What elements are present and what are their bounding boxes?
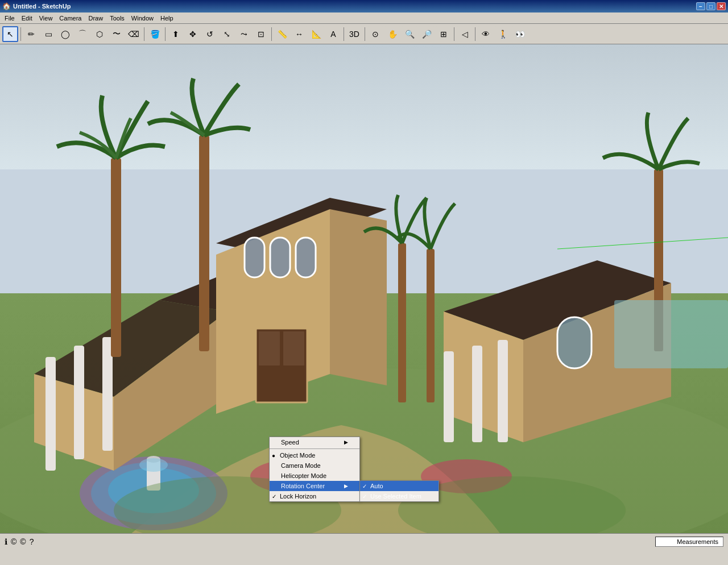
ctx-separator-1 (270, 448, 359, 449)
close-button[interactable]: ✕ (717, 2, 726, 10)
lock-horizon-check-icon: ✓ (272, 493, 276, 500)
menu-item-window[interactable]: Window (128, 14, 157, 23)
copyright-icon-2: © (20, 537, 26, 546)
title-bar: 🏠 Untitled - SketchUp − □ ✕ (0, 0, 728, 13)
tool-button-22[interactable]: 🔍 (402, 26, 417, 42)
tool-button-26[interactable]: 👁 (478, 26, 494, 42)
status-icons: ℹ © © ? (5, 537, 34, 546)
tool-button-9[interactable]: ⬆ (168, 26, 184, 42)
tool-button-1[interactable]: ✏ (23, 26, 39, 42)
ctx-speed[interactable]: Speed ▶ (270, 437, 359, 447)
menu-item-camera[interactable]: Camera (56, 14, 85, 23)
help-icon[interactable]: ? (30, 537, 34, 546)
tool-button-8[interactable]: 🪣 (147, 26, 163, 42)
tool-button-27[interactable]: 🚶 (495, 26, 511, 42)
menu-item-tools[interactable]: Tools (106, 14, 128, 23)
tool-button-7[interactable]: ⌫ (126, 26, 142, 42)
tool-button-0[interactable]: ↖ (2, 26, 18, 42)
ctx-rotation-center[interactable]: Rotation Center ▶ ✓ Auto ✓ Use Selected … (270, 481, 359, 491)
tool-button-5[interactable]: ⬡ (92, 26, 107, 42)
object-mode-bullet-icon: ● (272, 452, 275, 459)
tool-button-14[interactable]: ⊡ (253, 26, 269, 42)
tool-button-11[interactable]: ↺ (202, 26, 218, 42)
title-bar-controls[interactable]: − □ ✕ (696, 2, 726, 10)
toolbar-separator-8 (144, 27, 144, 41)
maximize-button[interactable]: □ (706, 2, 715, 10)
context-menu: Speed ▶ ● Object Mode Camera Mode Helico… (269, 437, 360, 502)
svg-rect-14 (296, 238, 316, 277)
ground (0, 293, 728, 549)
copyright-icon-1: © (11, 537, 16, 546)
toolbar-separator-19 (344, 27, 344, 41)
svg-rect-9 (245, 238, 264, 277)
tool-button-24[interactable]: ⊞ (436, 26, 452, 42)
menu-item-view[interactable]: View (36, 14, 56, 23)
menu-item-edit[interactable]: Edit (18, 14, 36, 23)
info-icon[interactable]: ℹ (5, 537, 7, 546)
menu-bar: FileEditViewCameraDrawToolsWindowHelp (0, 13, 728, 24)
tool-button-20[interactable]: ⊙ (367, 26, 383, 42)
tool-button-25[interactable]: ◁ (457, 26, 473, 42)
tool-button-4[interactable]: ⌒ (75, 26, 90, 42)
rotation-center-submenu: ✓ Auto ✓ Use Selected Item (359, 480, 439, 502)
speed-arrow-icon: ▶ (344, 439, 348, 445)
tool-button-16[interactable]: ↔ (291, 26, 307, 42)
app-icon: 🏠 (2, 2, 11, 10)
toolbar-separator-9 (165, 27, 166, 41)
tool-button-3[interactable]: ◯ (57, 26, 73, 42)
status-bar: ℹ © © ? Measurements (0, 533, 728, 549)
ctx-object-mode[interactable]: ● Object Mode (270, 450, 359, 460)
tool-button-6[interactable]: 〜 (109, 26, 125, 42)
tool-button-19[interactable]: 3D (346, 26, 362, 42)
svg-rect-10 (270, 238, 290, 277)
ctx-lock-horizon[interactable]: ✓ Lock Horizon (270, 491, 359, 501)
ctx-use-selected-item[interactable]: ✓ Use Selected Item (360, 491, 439, 501)
svg-rect-12 (245, 238, 264, 277)
tool-button-15[interactable]: 📏 (274, 26, 290, 42)
tool-button-21[interactable]: ✋ (384, 26, 400, 42)
tool-button-18[interactable]: A (325, 26, 341, 42)
window-title: Untitled - SketchUp (13, 3, 71, 10)
measurements-box[interactable]: Measurements (655, 537, 723, 547)
toolbar-separator-20 (365, 27, 365, 41)
minimize-button[interactable]: − (696, 2, 705, 10)
ctx-auto[interactable]: ✓ Auto (360, 481, 439, 491)
auto-check-icon: ✓ (362, 483, 367, 489)
ctx-helicopter-mode[interactable]: Helicopter Mode (270, 471, 359, 481)
menu-item-file[interactable]: File (1, 14, 18, 23)
toolbar-separator-26 (475, 27, 475, 41)
ctx-camera-mode[interactable]: Camera Mode (270, 460, 359, 471)
sky (0, 44, 728, 169)
tool-button-28[interactable]: 👀 (512, 26, 528, 42)
menu-item-draw[interactable]: Draw (85, 14, 106, 23)
title-bar-left: 🏠 Untitled - SketchUp (2, 2, 71, 10)
tool-button-17[interactable]: 📐 (308, 26, 324, 42)
svg-rect-11 (296, 238, 316, 277)
tool-button-13[interactable]: ⤳ (236, 26, 252, 42)
measurements-label: Measurements (677, 538, 718, 545)
tool-button-23[interactable]: 🔎 (419, 26, 435, 42)
rotation-center-arrow-icon: ▶ (344, 483, 348, 489)
toolbar: ↖✏▭◯⌒⬡〜⌫🪣⬆✥↺⤡⤳⊡📏↔📐A3D⊙✋🔍🔎⊞◁👁🚶👀 (0, 24, 728, 44)
toolbar-separator-1 (20, 27, 21, 41)
toolbar-separator-15 (271, 27, 272, 41)
tool-button-10[interactable]: ✥ (185, 26, 201, 42)
svg-rect-13 (270, 238, 290, 277)
svg-line-32 (557, 238, 728, 249)
use-selected-check-icon: ✓ (362, 493, 367, 500)
toolbar-separator-25 (454, 27, 454, 41)
menu-item-help[interactable]: Help (157, 14, 177, 23)
viewport[interactable]: Speed ▶ ● Object Mode Camera Mode Helico… (0, 44, 728, 549)
tool-button-12[interactable]: ⤡ (219, 26, 235, 42)
tool-button-2[interactable]: ▭ (40, 26, 56, 42)
